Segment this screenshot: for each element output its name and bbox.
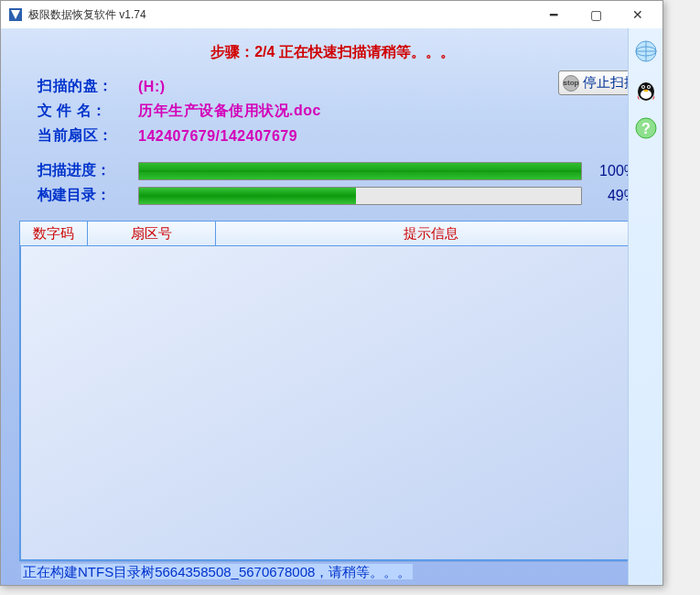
results-table: 数字码 扇区号 提示信息 — [19, 221, 646, 561]
close-button[interactable]: ✕ — [617, 2, 659, 27]
filename-value: 历年生产设备使用状况.doc — [138, 102, 321, 121]
filename-label: 文 件 名： — [38, 102, 138, 121]
minimize-button[interactable]: ━ — [533, 2, 575, 27]
step-label: 步骤：2/4 正在快速扫描请稍等。。。 — [19, 43, 646, 62]
svg-point-10 — [648, 86, 650, 88]
help-icon[interactable]: ? — [634, 116, 658, 140]
globe-icon[interactable] — [634, 39, 658, 63]
svg-text:?: ? — [641, 121, 651, 136]
client-area: 步骤：2/4 正在快速扫描请稍等。。。 stop 停止扫描 扫描的盘： (H:)… — [1, 28, 662, 585]
col-message[interactable]: 提示信息 — [216, 222, 645, 245]
stop-icon: stop — [563, 75, 579, 92]
side-panel: ? — [628, 28, 662, 585]
table-header: 数字码 扇区号 提示信息 — [19, 221, 646, 246]
sector-label: 当前扇区： — [38, 126, 138, 146]
build-progress-fill — [139, 188, 356, 204]
col-sector[interactable]: 扇区号 — [88, 222, 216, 245]
app-window: 极限数据恢复软件 v1.74 ━ ▢ ✕ 步骤：2/4 正在快速扫描请稍等。。。… — [0, 0, 663, 586]
maximize-button[interactable]: ▢ — [575, 2, 617, 27]
build-progress-label: 构建目录： — [38, 186, 138, 205]
status-bar: 正在构建NTFS目录树5664358508_5670678008，请稍等。。。 — [19, 561, 646, 581]
col-code[interactable]: 数字码 — [20, 222, 88, 245]
table-body — [19, 246, 646, 561]
app-icon — [8, 7, 23, 22]
build-progress-row: 构建目录： 49% — [19, 183, 646, 208]
scan-info: 扫描的盘： (H:) 文 件 名： 历年生产设备使用状况.doc 当前扇区： 1… — [19, 75, 646, 158]
scan-progress-label: 扫描进度： — [38, 161, 138, 180]
sector-value: 142407679/142407679 — [138, 128, 297, 145]
scan-progress-row: 扫描进度： 100% — [19, 158, 646, 183]
titlebar[interactable]: 极限数据恢复软件 v1.74 ━ ▢ ✕ — [1, 1, 662, 28]
scan-progress-bar — [138, 162, 582, 180]
status-text: 正在构建NTFS目录树5664358508_5670678008，请稍等。。。 — [21, 564, 413, 579]
svg-point-11 — [643, 90, 648, 92]
disk-value: (H:) — [138, 79, 166, 95]
build-progress-bar — [138, 187, 582, 205]
svg-point-9 — [642, 86, 644, 88]
qq-icon[interactable] — [634, 78, 658, 102]
window-title: 极限数据恢复软件 v1.74 — [28, 7, 533, 23]
scan-progress-fill — [139, 163, 581, 179]
disk-label: 扫描的盘： — [38, 77, 138, 96]
